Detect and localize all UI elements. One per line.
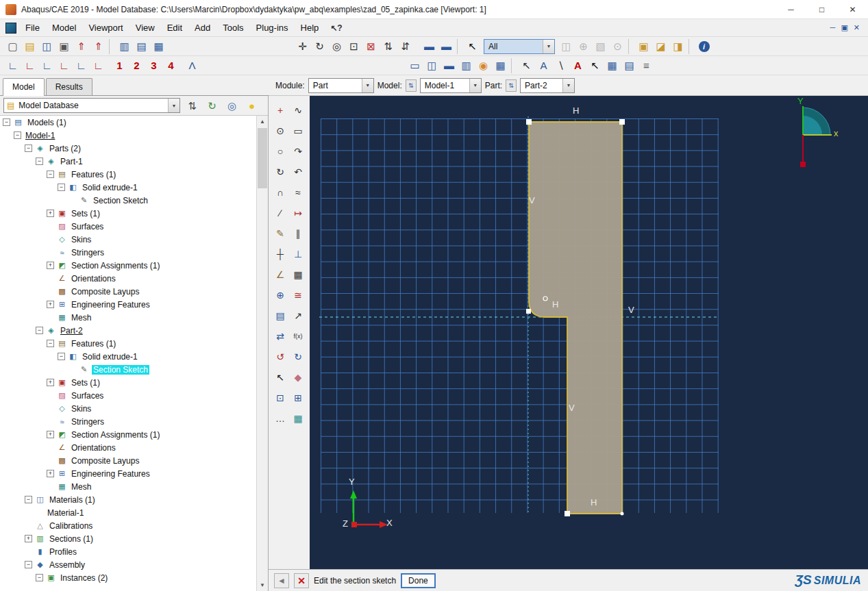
menu-item-plug-ins[interactable]: Plug-ins [250,20,295,36]
annotation-manager-icon[interactable]: ↖ [586,58,604,74]
work-plane-icon-1[interactable]: ▬ [421,38,438,55]
menu-item-viewport[interactable]: Viewport [82,20,129,36]
view-preset-3[interactable]: 3 [145,58,162,74]
tree-item-features-1-[interactable]: −▤Features (1) [0,337,256,350]
collapse-icon[interactable]: − [58,184,65,191]
model-database-combo-arrow[interactable]: ▼ [168,99,179,112]
annotation-select-icon[interactable]: ↖ [518,58,535,74]
create-rectangle-tool[interactable]: ▭ [289,122,307,139]
tree-item-engineering-features[interactable]: +⊞Engineering Features [0,467,256,480]
collapse-icon[interactable]: − [47,171,54,178]
arrow-annotation-icon[interactable]: ∖ [552,58,569,74]
pattern-tool[interactable]: ▦ [289,266,307,283]
collapse-icon[interactable]: − [47,340,54,347]
tab-model[interactable]: Model [3,78,45,96]
auto-constrain-tool[interactable]: ⊕ [271,286,289,303]
display-group-combo-arrow[interactable]: ▼ [543,40,554,53]
tree-item-instances-2-[interactable]: −▣Instances (2) [0,571,256,584]
create-viewport-icon[interactable]: ▦ [150,38,167,55]
tree-item-skins[interactable]: ◇Skins [0,233,256,246]
translate-sketch-tool[interactable]: ⇄ [271,327,289,344]
expand-icon[interactable]: + [47,210,54,217]
tree-item-section-assignments-1-[interactable]: +◩Section Assignments (1) [0,428,256,441]
tree-item-part-1[interactable]: −◈Part-1 [0,155,256,168]
viewport-tile-icon-1[interactable]: ▥ [116,38,133,55]
tree-item-mesh[interactable]: ▦Mesh [0,311,256,324]
tree-item-features-1-[interactable]: −▤Features (1) [0,168,256,181]
tree-item-sections-1-[interactable]: +▥Sections (1) [0,532,256,545]
view-preset-1[interactable]: 1 [111,58,128,74]
pan-view-icon[interactable]: ✛ [294,38,311,55]
filled-render-icon[interactable]: ▥ [458,58,475,74]
tree-item-mesh[interactable]: ▦Mesh [0,480,256,493]
module-combo-arrow[interactable]: ▼ [362,79,373,92]
print-icon[interactable]: ▣ [55,38,73,55]
module-combo[interactable]: Part ▼ [308,78,374,93]
box-zoom-icon[interactable]: ⊡ [345,38,362,55]
tree-item-solid-extrude-1[interactable]: −◧Solid extrude-1 [0,350,256,363]
datum-csys-icon-4[interactable]: ∟ [55,58,73,74]
tree-sync-icon[interactable]: ↻ [203,97,221,114]
tree-item-assembly[interactable]: −◆Assembly [0,558,256,571]
vertex-handle-top-left[interactable] [526,119,532,125]
tree-item-orientations[interactable]: ∠Orientations [0,272,256,285]
job-table-icon[interactable]: ▤ [621,58,638,74]
mdi-minimize-button[interactable]: ─ [830,23,836,32]
collapse-icon[interactable]: − [25,561,32,568]
expand-icon[interactable]: + [25,535,32,542]
tab-results[interactable]: Results [46,78,92,95]
expand-icon[interactable]: + [47,379,54,386]
posture-icon[interactable]: Λ [184,58,201,74]
trim-extend-tool[interactable]: ┼ [271,245,289,262]
create-lines-tool[interactable]: ∿ [289,101,307,118]
collapse-icon[interactable]: − [14,131,21,139]
part-spin-button[interactable]: ⇅ [506,79,517,92]
mdi-restore-button[interactable]: ▣ [841,23,847,32]
viewport-canvas[interactable]: HVHVHV Y X Z Y x [310,96,868,569]
redo-button[interactable]: ↻ [289,348,307,365]
prompt-back-button[interactable]: ◄ [274,573,289,588]
model-database-combo[interactable]: ▤ Model Database ▼ [3,98,180,113]
view-preset-2[interactable]: 2 [128,58,145,74]
mdi-close-button[interactable]: ✕ [854,23,860,32]
info-icon[interactable]: i [695,38,712,55]
tree-item-sets-1-[interactable]: +▣Sets (1) [0,376,256,389]
open-database-icon[interactable]: ▤ [21,38,38,55]
maximize-button[interactable]: □ [806,0,837,18]
menu-item-view[interactable]: View [129,20,161,36]
rotate-view-icon[interactable]: ↻ [311,38,328,55]
tree-filter-icon[interactable]: ◎ [223,97,240,114]
tree-item-orientations[interactable]: ∠Orientations [0,441,256,454]
menu-item-help[interactable]: Help [295,20,325,36]
create-arc-tangent-tool[interactable]: ↶ [289,163,307,180]
tree-item-skins[interactable]: ◇Skins [0,402,256,415]
tree-item-surfaces[interactable]: ▨Surfaces [0,220,256,233]
model-combo[interactable]: Model-1 ▼ [420,78,482,93]
datum-csys-icon-2[interactable]: ∟ [21,58,38,74]
save-model-database-icon[interactable]: ◫ [38,38,55,55]
sketcher-options-tool[interactable]: ▤ [271,307,289,324]
vertex-handle-bottom-left[interactable] [565,511,570,516]
close-button[interactable]: ✕ [837,0,868,18]
sketch-grid-button[interactable]: ▦ [289,410,307,427]
color-code-icon[interactable]: ▣ [635,38,652,55]
tree-item-sets-1-[interactable]: +▣Sets (1) [0,207,256,220]
datum-csys-icon-5[interactable]: ∟ [73,58,90,74]
viewport-tile-icon-2[interactable]: ▤ [133,38,150,55]
scroll-up-arrow[interactable]: ▲ [257,116,268,127]
sketch-profile[interactable] [529,122,622,514]
create-spline-tool[interactable]: ≈ [289,184,307,201]
create-circle-tool[interactable]: ⊙ [271,122,289,139]
create-arc-3points-tool[interactable]: ↷ [289,142,307,160]
create-ellipse-tool[interactable]: ○ [271,142,289,160]
perspective-icon[interactable]: ◉ [475,58,492,74]
split-tool[interactable]: ⊥ [289,245,307,262]
collapse-icon[interactable]: − [58,353,65,360]
prompt-cancel-button[interactable]: ✕ [294,573,309,588]
construction-line-tool[interactable]: ∕ [271,204,289,221]
tree-scrollbar[interactable]: ▲ ▼ [256,115,268,591]
tree-item-profiles[interactable]: ▮Profiles [0,545,256,558]
datum-csys-icon-3[interactable]: ∟ [38,58,55,74]
tree-item-composite-layups[interactable]: ▩Composite Layups [0,454,256,467]
done-button[interactable]: Done [401,573,436,588]
